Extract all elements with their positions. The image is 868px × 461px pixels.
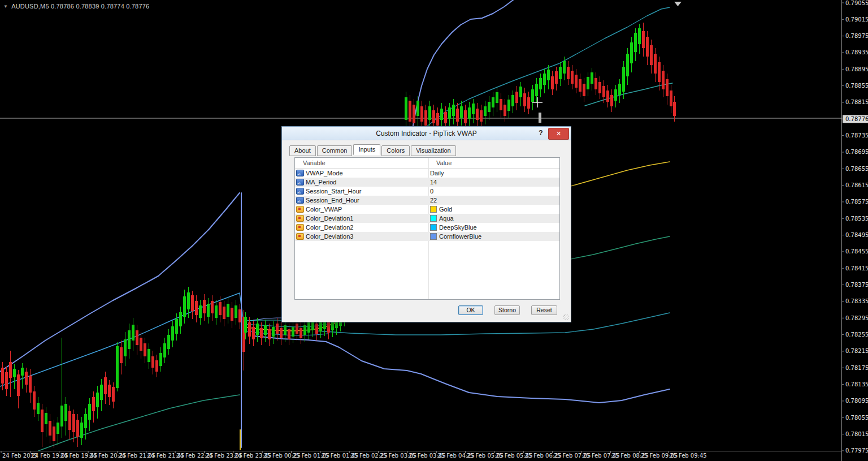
param-value-text: 0 <box>430 187 433 196</box>
candle-body <box>598 82 601 93</box>
color-param-icon <box>296 233 304 240</box>
candle-body <box>464 110 467 123</box>
candle-body <box>594 78 597 89</box>
candle-body <box>448 107 451 119</box>
tab-colors[interactable]: Colors <box>381 145 410 156</box>
series-session2-deviation3-lower <box>254 336 670 403</box>
param-value-text: DeepSkyBlue <box>439 223 477 232</box>
candle-body <box>535 84 538 96</box>
tab-common[interactable]: Common <box>317 145 353 156</box>
candle-body <box>244 317 247 333</box>
price-label: 0.78375 <box>845 282 868 288</box>
candle-body <box>646 37 649 57</box>
candle-body <box>559 67 562 79</box>
param-row-Session_Start_Hour[interactable]: Session_Start_Hour0 <box>295 187 559 196</box>
column-header-variable: Variable <box>295 158 428 168</box>
candle-body <box>235 305 237 318</box>
tab-about[interactable]: About <box>289 145 316 156</box>
candle-body <box>88 404 91 420</box>
price-label: 0.78855 <box>845 83 868 89</box>
numeric-param-icon <box>296 179 304 186</box>
candle-body <box>673 102 676 116</box>
candle-body <box>307 321 310 333</box>
candle-body <box>128 330 131 349</box>
candle-body <box>268 329 271 339</box>
candle-body <box>37 403 40 414</box>
candle-body <box>9 362 12 378</box>
candle-body <box>420 106 423 122</box>
price-label: 0.78815 <box>845 99 868 105</box>
param-row-Color_Deviation3[interactable]: Color_Deviation3CornflowerBlue <box>295 232 559 241</box>
param-value[interactable]: Gold <box>428 205 559 214</box>
candle-body <box>64 404 67 421</box>
price-label: 0.77975 <box>845 447 868 454</box>
candle-body <box>543 74 546 85</box>
candle-body <box>183 296 186 317</box>
storno-button[interactable]: Storno <box>494 305 520 315</box>
candle-body <box>618 84 621 95</box>
resize-grip[interactable] <box>563 314 569 320</box>
param-value[interactable]: CornflowerBlue <box>428 232 559 241</box>
param-value[interactable]: Aqua <box>428 214 559 223</box>
param-row-Color_VWAP[interactable]: Color_VWAPGold <box>295 205 559 214</box>
candle-body <box>626 54 629 76</box>
candle-body <box>630 42 633 63</box>
candle-body <box>658 62 661 82</box>
candle-body <box>666 79 669 96</box>
param-row-Session_End_Hour[interactable]: Session_End_Hour22 <box>295 196 559 205</box>
symbol-ohlc-label: ▼ AUDUSD,M5 0.78786 0.78839 0.78774 0.78… <box>3 3 149 10</box>
param-name: Color_Deviation3 <box>306 232 353 241</box>
candle-body <box>416 101 419 116</box>
param-value-text: 14 <box>430 178 437 187</box>
dialog-titlebar[interactable]: Custom Indicator - PipTick VWAP ? ✕ <box>282 127 571 140</box>
chevron-down-icon[interactable]: ▼ <box>3 4 8 9</box>
param-value[interactable]: 14 <box>428 178 559 187</box>
color-swatch <box>430 206 437 213</box>
candle-body <box>108 385 111 397</box>
candle-body <box>17 374 20 396</box>
candle-body <box>252 327 255 339</box>
param-value[interactable]: 22 <box>428 196 559 205</box>
candle-body <box>1 368 4 384</box>
candle-body <box>606 91 609 102</box>
candle-body <box>199 305 202 318</box>
candle-body <box>300 328 302 338</box>
param-value[interactable]: DeepSkyBlue <box>428 223 559 232</box>
reset-button[interactable]: Reset <box>531 305 557 315</box>
price-label: 0.78135 <box>845 381 868 387</box>
close-button[interactable]: ✕ <box>548 128 569 140</box>
candle-body <box>571 71 574 84</box>
tab-inputs[interactable]: Inputs <box>353 144 380 155</box>
candle-body <box>650 45 653 65</box>
param-row-Color_Deviation2[interactable]: Color_Deviation2DeepSkyBlue <box>295 223 559 232</box>
time-axis[interactable]: 24 Feb 201524 Feb 19:0524 Feb 19:4524 Fe… <box>0 451 841 459</box>
param-row-MA_Period[interactable]: MA_Period14 <box>295 178 559 187</box>
ok-button[interactable]: OK <box>458 305 483 315</box>
tab-visualization[interactable]: Visualization <box>411 145 456 156</box>
help-button[interactable]: ? <box>536 128 546 138</box>
param-value-text: Daily <box>430 169 444 178</box>
candle-body <box>670 91 672 106</box>
price-label: 0.78455 <box>845 248 868 255</box>
candle-body <box>256 324 259 335</box>
param-name: Session_End_Hour <box>306 196 359 205</box>
color-swatch <box>430 233 437 240</box>
candle-body <box>21 368 24 376</box>
price-label: 0.78975 <box>845 33 868 39</box>
price-axis[interactable]: 0.790550.790150.789750.789350.788950.788… <box>841 0 868 461</box>
param-row-VWAP_Mode[interactable]: VWAP_ModeDaily <box>295 169 559 178</box>
candle-body <box>68 411 71 430</box>
param-value[interactable]: Daily <box>428 169 559 178</box>
candle-body <box>155 360 158 372</box>
candle-body <box>500 99 502 110</box>
numeric-param-icon <box>296 188 304 195</box>
price-label: 0.79055 <box>845 0 868 6</box>
param-value[interactable]: 0 <box>428 187 559 196</box>
param-name: VWAP_Mode <box>306 169 343 178</box>
candle-body <box>215 305 218 318</box>
param-row-Color_Deviation1[interactable]: Color_Deviation1Aqua <box>295 214 559 223</box>
candle-body <box>231 308 233 321</box>
param-name: Session_Start_Hour <box>306 187 361 196</box>
candle-body <box>13 369 16 377</box>
candle-body <box>136 330 138 345</box>
